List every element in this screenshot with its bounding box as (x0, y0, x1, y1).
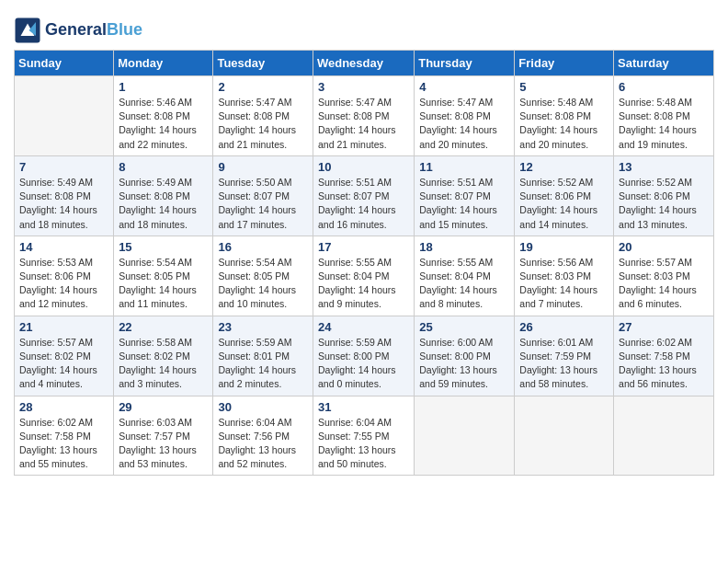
day-info: Sunrise: 5:46 AMSunset: 8:08 PMDaylight:… (119, 96, 208, 152)
day-number: 28 (19, 400, 108, 414)
calendar-cell: 22Sunrise: 5:58 AMSunset: 8:02 PMDayligh… (114, 316, 213, 396)
calendar-cell: 31Sunrise: 6:04 AMSunset: 7:55 PMDayligh… (313, 396, 414, 476)
day-info: Sunrise: 5:47 AMSunset: 8:08 PMDaylight:… (218, 96, 308, 152)
calendar-cell: 12Sunrise: 5:52 AMSunset: 8:06 PMDayligh… (515, 155, 614, 236)
day-number: 6 (619, 80, 709, 94)
week-row: 7Sunrise: 5:49 AMSunset: 8:08 PMDaylight… (15, 155, 714, 236)
day-info: Sunrise: 5:47 AMSunset: 8:08 PMDaylight:… (318, 96, 409, 152)
day-number: 7 (19, 160, 108, 174)
calendar-body: 1Sunrise: 5:46 AMSunset: 8:08 PMDaylight… (15, 76, 714, 476)
day-info: Sunrise: 6:04 AMSunset: 7:55 PMDaylight:… (318, 416, 409, 472)
calendar-cell (515, 396, 614, 476)
day-info: Sunrise: 5:55 AMSunset: 8:04 PMDaylight:… (419, 256, 509, 312)
week-row: 1Sunrise: 5:46 AMSunset: 8:08 PMDaylight… (15, 76, 714, 156)
calendar-cell: 18Sunrise: 5:55 AMSunset: 8:04 PMDayligh… (415, 236, 515, 316)
day-number: 23 (218, 320, 308, 334)
day-header-wednesday: Wednesday (313, 51, 414, 76)
calendar-cell: 17Sunrise: 5:55 AMSunset: 8:04 PMDayligh… (313, 236, 414, 316)
day-header-saturday: Saturday (614, 51, 714, 76)
day-info: Sunrise: 5:51 AMSunset: 8:07 PMDaylight:… (419, 176, 509, 232)
day-header-thursday: Thursday (415, 51, 515, 76)
calendar-cell: 20Sunrise: 5:57 AMSunset: 8:03 PMDayligh… (614, 236, 714, 316)
day-number: 19 (519, 240, 609, 254)
logo-text: GeneralBlue (45, 21, 142, 40)
day-info: Sunrise: 5:52 AMSunset: 8:06 PMDaylight:… (519, 176, 609, 232)
day-info: Sunrise: 5:58 AMSunset: 8:02 PMDaylight:… (119, 336, 208, 392)
day-number: 15 (119, 240, 208, 254)
day-info: Sunrise: 5:54 AMSunset: 8:05 PMDaylight:… (218, 256, 308, 312)
calendar-cell: 13Sunrise: 5:52 AMSunset: 8:06 PMDayligh… (614, 155, 714, 236)
day-info: Sunrise: 5:55 AMSunset: 8:04 PMDaylight:… (318, 256, 409, 312)
calendar-table: SundayMondayTuesdayWednesdayThursdayFrid… (14, 50, 714, 476)
day-number: 27 (619, 320, 709, 334)
calendar-cell: 2Sunrise: 5:47 AMSunset: 8:08 PMDaylight… (213, 76, 313, 156)
day-header-tuesday: Tuesday (213, 51, 313, 76)
calendar-cell: 29Sunrise: 6:03 AMSunset: 7:57 PMDayligh… (114, 396, 213, 476)
calendar-header-row: SundayMondayTuesdayWednesdayThursdayFrid… (15, 51, 714, 76)
calendar-cell: 14Sunrise: 5:53 AMSunset: 8:06 PMDayligh… (15, 236, 114, 316)
calendar-cell: 28Sunrise: 6:02 AMSunset: 7:58 PMDayligh… (15, 396, 114, 476)
day-info: Sunrise: 6:02 AMSunset: 7:58 PMDaylight:… (619, 336, 709, 392)
day-number: 18 (419, 240, 509, 254)
day-info: Sunrise: 5:48 AMSunset: 8:08 PMDaylight:… (519, 96, 609, 152)
day-info: Sunrise: 6:00 AMSunset: 8:00 PMDaylight:… (419, 336, 509, 392)
day-info: Sunrise: 5:50 AMSunset: 8:07 PMDaylight:… (218, 176, 308, 232)
calendar-cell: 4Sunrise: 5:47 AMSunset: 8:08 PMDaylight… (415, 76, 515, 156)
logo: GeneralBlue (14, 17, 142, 44)
calendar-cell: 24Sunrise: 5:59 AMSunset: 8:00 PMDayligh… (313, 316, 414, 396)
day-info: Sunrise: 5:47 AMSunset: 8:08 PMDaylight:… (419, 96, 509, 152)
day-number: 14 (19, 240, 108, 254)
day-info: Sunrise: 5:48 AMSunset: 8:08 PMDaylight:… (619, 96, 709, 152)
day-number: 11 (419, 160, 509, 174)
calendar-cell: 26Sunrise: 6:01 AMSunset: 7:59 PMDayligh… (515, 316, 614, 396)
day-info: Sunrise: 5:57 AMSunset: 8:02 PMDaylight:… (19, 336, 108, 392)
day-number: 29 (119, 400, 208, 414)
day-info: Sunrise: 5:49 AMSunset: 8:08 PMDaylight:… (119, 176, 208, 232)
day-number: 20 (619, 240, 709, 254)
calendar-cell: 6Sunrise: 5:48 AMSunset: 8:08 PMDaylight… (614, 76, 714, 156)
day-info: Sunrise: 5:49 AMSunset: 8:08 PMDaylight:… (19, 176, 108, 232)
day-header-sunday: Sunday (15, 51, 114, 76)
day-info: Sunrise: 5:53 AMSunset: 8:06 PMDaylight:… (19, 256, 108, 312)
day-number: 12 (519, 160, 609, 174)
day-number: 22 (119, 320, 208, 334)
day-number: 2 (218, 80, 308, 94)
day-info: Sunrise: 5:59 AMSunset: 8:01 PMDaylight:… (218, 336, 308, 392)
calendar-cell: 30Sunrise: 6:04 AMSunset: 7:56 PMDayligh… (213, 396, 313, 476)
day-number: 1 (119, 80, 208, 94)
calendar-cell: 16Sunrise: 5:54 AMSunset: 8:05 PMDayligh… (213, 236, 313, 316)
calendar-cell: 21Sunrise: 5:57 AMSunset: 8:02 PMDayligh… (15, 316, 114, 396)
calendar-cell: 1Sunrise: 5:46 AMSunset: 8:08 PMDaylight… (114, 76, 213, 156)
day-info: Sunrise: 6:02 AMSunset: 7:58 PMDaylight:… (19, 416, 108, 472)
calendar-cell: 23Sunrise: 5:59 AMSunset: 8:01 PMDayligh… (213, 316, 313, 396)
calendar-cell (415, 396, 515, 476)
calendar-cell (614, 396, 714, 476)
day-number: 4 (419, 80, 509, 94)
week-row: 21Sunrise: 5:57 AMSunset: 8:02 PMDayligh… (15, 316, 714, 396)
day-number: 9 (218, 160, 308, 174)
day-info: Sunrise: 6:01 AMSunset: 7:59 PMDaylight:… (519, 336, 609, 392)
calendar-cell: 25Sunrise: 6:00 AMSunset: 8:00 PMDayligh… (415, 316, 515, 396)
calendar-cell: 19Sunrise: 5:56 AMSunset: 8:03 PMDayligh… (515, 236, 614, 316)
day-info: Sunrise: 5:59 AMSunset: 8:00 PMDaylight:… (318, 336, 409, 392)
day-info: Sunrise: 5:51 AMSunset: 8:07 PMDaylight:… (318, 176, 409, 232)
day-info: Sunrise: 5:54 AMSunset: 8:05 PMDaylight:… (119, 256, 208, 312)
calendar-cell: 5Sunrise: 5:48 AMSunset: 8:08 PMDaylight… (515, 76, 614, 156)
calendar-cell: 9Sunrise: 5:50 AMSunset: 8:07 PMDaylight… (213, 155, 313, 236)
day-number: 10 (318, 160, 409, 174)
day-number: 21 (19, 320, 108, 334)
day-number: 13 (619, 160, 709, 174)
calendar-cell: 7Sunrise: 5:49 AMSunset: 8:08 PMDaylight… (15, 155, 114, 236)
day-info: Sunrise: 6:03 AMSunset: 7:57 PMDaylight:… (119, 416, 208, 472)
day-number: 26 (519, 320, 609, 334)
day-number: 8 (119, 160, 208, 174)
week-row: 14Sunrise: 5:53 AMSunset: 8:06 PMDayligh… (15, 236, 714, 316)
day-number: 16 (218, 240, 308, 254)
calendar-cell: 10Sunrise: 5:51 AMSunset: 8:07 PMDayligh… (313, 155, 414, 236)
day-info: Sunrise: 5:52 AMSunset: 8:06 PMDaylight:… (619, 176, 709, 232)
day-number: 17 (318, 240, 409, 254)
calendar-cell: 15Sunrise: 5:54 AMSunset: 8:05 PMDayligh… (114, 236, 213, 316)
day-number: 3 (318, 80, 409, 94)
day-number: 24 (318, 320, 409, 334)
day-info: Sunrise: 5:56 AMSunset: 8:03 PMDaylight:… (519, 256, 609, 312)
